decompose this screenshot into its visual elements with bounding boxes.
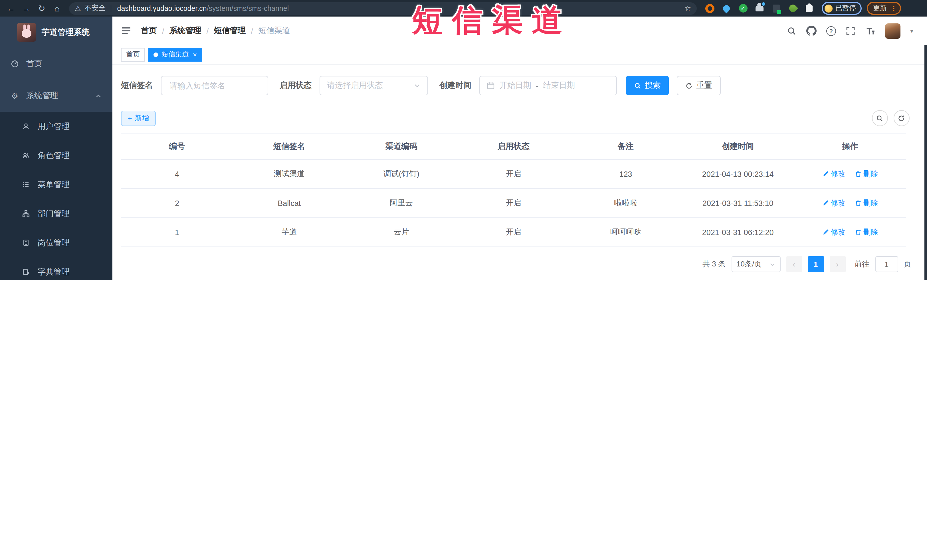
toggle-search-button[interactable] xyxy=(872,110,887,126)
cell-remark: 呵呵呵哒 xyxy=(570,218,682,247)
signature-input[interactable] xyxy=(168,80,261,91)
chevron-up-icon xyxy=(95,93,102,99)
search-icon[interactable] xyxy=(787,26,796,36)
search-button[interactable]: 搜索 xyxy=(626,76,669,95)
browser-reload-icon[interactable]: ↻ xyxy=(36,3,47,14)
chevron-down-icon xyxy=(414,82,421,89)
bookmark-star-icon[interactable]: ☆ xyxy=(684,4,691,12)
font-size-icon[interactable] xyxy=(865,26,875,36)
add-button-label: 新增 xyxy=(135,114,149,123)
edit-link[interactable]: 修改 xyxy=(822,227,845,237)
caret-down-icon[interactable]: ▾ xyxy=(910,27,913,35)
browser-menu-icon[interactable]: ⋮ xyxy=(890,4,897,12)
cell-signature: 芋道 xyxy=(233,218,345,247)
trash-icon xyxy=(854,171,862,178)
cell-created: 2021-03-31 11:53:10 xyxy=(682,188,794,218)
sidebar-item-posts[interactable]: 岗位管理 xyxy=(0,228,112,257)
tab-label: 短信渠道 xyxy=(161,50,189,59)
sidebar-menu: 首页 ⚙ 系统管理 用户管理 xyxy=(0,48,112,280)
page-url[interactable]: dashboard.yudao.iocoder.cn/system/sms/sm… xyxy=(117,4,289,12)
edit-link[interactable]: 修改 xyxy=(822,198,845,208)
browser-update-button[interactable]: 更新 ⋮ xyxy=(867,2,901,15)
sidebar-toggle-icon[interactable] xyxy=(121,26,131,36)
cell-id: 4 xyxy=(121,159,233,188)
add-button[interactable]: + 新增 xyxy=(121,111,156,126)
delete-link[interactable]: 删除 xyxy=(854,169,878,179)
sidebar-item-system[interactable]: ⚙ 系统管理 xyxy=(0,80,112,112)
org-tree-icon xyxy=(21,210,31,217)
breadcrumb: 首页 / 系统管理 / 短信管理 / 短信渠道 xyxy=(141,26,290,36)
page-unit-label: 页 xyxy=(904,259,911,269)
sidebar-item-roles[interactable]: 角色管理 xyxy=(0,141,112,170)
page-scrollbar[interactable] xyxy=(924,45,927,280)
extension-onoff-icon[interactable] xyxy=(772,4,781,13)
sidebar-item-menus[interactable]: 菜单管理 xyxy=(0,170,112,199)
address-bar[interactable]: ⚠ 不安全 dashboard.yudao.iocoder.cn/system/… xyxy=(69,2,697,15)
trash-icon xyxy=(854,229,862,236)
cell-created: 2021-04-13 00:23:14 xyxy=(682,159,794,188)
cell-actions: 修改删除 xyxy=(794,218,906,247)
date-range-picker[interactable]: 开始日期 - 结束日期 xyxy=(479,76,617,95)
calendar-icon xyxy=(487,82,495,90)
cell-signature: 测试渠道 xyxy=(233,159,345,188)
reset-button[interactable]: 重置 xyxy=(677,76,721,95)
column-header-created: 创建时间 xyxy=(682,133,794,159)
browser-forward-icon[interactable]: → xyxy=(21,3,31,13)
extension-people-icon[interactable] xyxy=(755,4,764,13)
user-avatar[interactable] xyxy=(885,23,900,38)
tab-label: 首页 xyxy=(126,50,140,59)
date-start-placeholder: 开始日期 xyxy=(499,80,531,91)
browser-back-icon[interactable]: ← xyxy=(6,3,16,13)
table-header-row: 编号 短信签名 渠道编码 启用状态 备注 创建时间 操作 xyxy=(121,133,906,159)
app-logo[interactable]: 芋道管理系统 xyxy=(0,17,112,48)
tags-view: 首页 短信渠道 × xyxy=(112,45,927,64)
edit-link[interactable]: 修改 xyxy=(822,169,845,179)
github-icon[interactable] xyxy=(806,26,817,36)
sidebar-item-dictionary[interactable]: 字典管理 xyxy=(0,257,112,280)
refresh-button[interactable] xyxy=(894,110,909,126)
breadcrumb-item-home[interactable]: 首页 xyxy=(141,26,157,36)
search-button-label: 搜索 xyxy=(645,80,661,91)
breadcrumb-item-sms[interactable]: 短信管理 xyxy=(214,26,246,36)
extension-orange-ring-icon[interactable] xyxy=(705,4,714,13)
extension-pin-icon[interactable] xyxy=(722,4,731,13)
prev-page-button[interactable]: ‹ xyxy=(786,256,802,272)
breadcrumb-separator: / xyxy=(162,26,164,35)
page-number-button[interactable]: 1 xyxy=(808,256,824,272)
column-header-remark: 备注 xyxy=(570,133,682,159)
tab-home[interactable]: 首页 xyxy=(121,48,145,61)
signature-label: 短信签名 xyxy=(121,80,153,91)
help-icon[interactable]: ? xyxy=(826,26,836,36)
extension-green-check-icon[interactable]: ✓ xyxy=(739,4,748,13)
fullscreen-icon[interactable] xyxy=(846,26,856,36)
breadcrumb-item-system[interactable]: 系统管理 xyxy=(169,26,201,36)
pencil-icon xyxy=(822,229,829,236)
security-warning-icon[interactable]: ⚠ xyxy=(75,4,81,12)
goto-page-input[interactable] xyxy=(875,256,898,272)
browser-profile-chip[interactable]: 已暂停 xyxy=(822,2,862,15)
reset-button-label: 重置 xyxy=(696,80,712,91)
status-select[interactable]: 请选择启用状态 xyxy=(319,76,428,95)
page-size-value: 10条/页 xyxy=(736,259,761,269)
close-icon[interactable]: × xyxy=(193,50,197,58)
system-submenu: 用户管理 角色管理 菜单管理 xyxy=(0,112,112,280)
security-label[interactable]: 不安全 xyxy=(84,3,106,13)
sidebar-item-home[interactable]: 首页 xyxy=(0,48,112,80)
sidebar-item-users[interactable]: 用户管理 xyxy=(0,112,112,141)
update-label: 更新 xyxy=(873,3,887,13)
tab-sms-channel[interactable]: 短信渠道 × xyxy=(148,48,202,61)
delete-link[interactable]: 删除 xyxy=(854,227,878,237)
page-size-select[interactable]: 10条/页 xyxy=(731,256,780,272)
search-icon xyxy=(634,82,641,89)
extension-leaf-icon[interactable] xyxy=(788,4,797,13)
delete-link[interactable]: 删除 xyxy=(854,198,878,208)
screen: ← → ↻ ⌂ ⚠ 不安全 dashboard.yudao.iocoder.cn… xyxy=(0,0,927,280)
column-header-id: 编号 xyxy=(121,133,233,159)
sidebar-item-departments[interactable]: 部门管理 xyxy=(0,199,112,228)
browser-home-icon[interactable]: ⌂ xyxy=(52,3,62,13)
next-page-button[interactable]: › xyxy=(830,256,845,272)
extensions-puzzle-icon[interactable] xyxy=(805,4,814,13)
status-label: 启用状态 xyxy=(280,80,312,91)
cell-code: 阿里云 xyxy=(345,188,457,218)
dashboard-icon xyxy=(10,60,20,68)
